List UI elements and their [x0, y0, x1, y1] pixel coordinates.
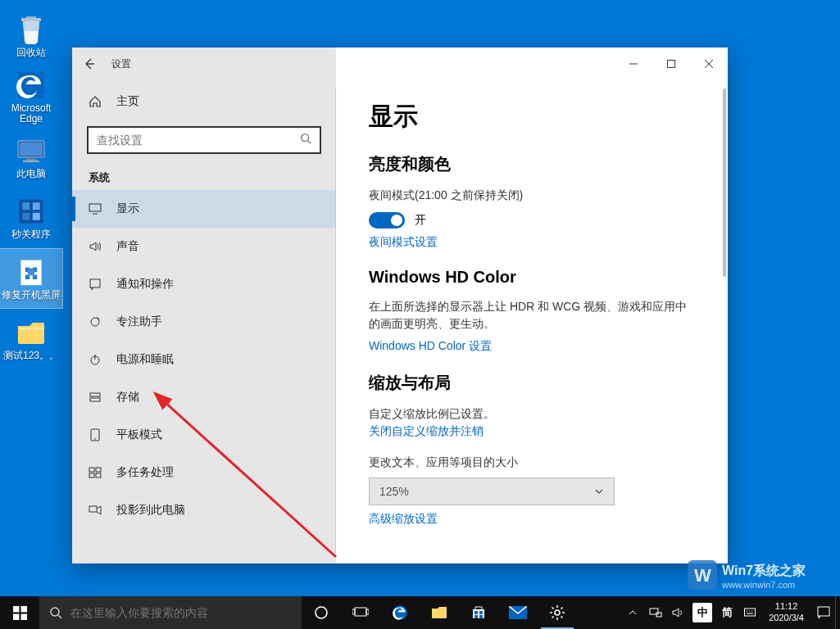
home-row[interactable]: 主页	[72, 85, 336, 118]
nav-notifications[interactable]: 通知和操作	[72, 265, 336, 303]
notification-icon	[89, 278, 102, 291]
svg-rect-23	[89, 468, 94, 472]
desktop-icon-fixblack[interactable]: 修复开机黑屏	[0, 249, 62, 308]
close-button[interactable]	[690, 48, 728, 80]
svg-rect-24	[96, 468, 101, 472]
desktop: 回收站 Microsoft Edge 此电脑 秒关程序 修复开机黑屏 测试123…	[0, 0, 66, 370]
desktop-icon-thispc[interactable]: 此电脑	[0, 128, 62, 187]
nav-label: 专注助手	[116, 314, 162, 329]
gear-icon	[549, 604, 565, 621]
tray-extra[interactable]	[739, 596, 761, 629]
action-center[interactable]	[812, 596, 835, 629]
svg-rect-3	[20, 143, 43, 156]
hd-link[interactable]: Windows HD Color 设置	[369, 339, 695, 354]
tray-volume[interactable]	[667, 596, 690, 629]
mail-icon	[509, 606, 527, 619]
svg-rect-10	[33, 213, 40, 220]
nav-sound[interactable]: 声音	[72, 228, 336, 265]
maximize-button[interactable]	[652, 48, 690, 80]
svg-rect-29	[688, 560, 717, 590]
scroll-thumb[interactable]	[723, 88, 726, 277]
ime-label: 中	[692, 603, 712, 622]
svg-rect-16	[90, 279, 100, 287]
pc-icon	[15, 134, 48, 167]
svg-rect-4	[26, 159, 36, 161]
cortana-button[interactable]	[302, 596, 341, 629]
cortana-icon	[314, 605, 329, 620]
taskbar-search[interactable]	[39, 596, 302, 629]
nav-tablet[interactable]: 平板模式	[72, 416, 336, 454]
focus-icon	[89, 315, 102, 328]
clock[interactable]: 11:12 2020/3/4	[761, 596, 812, 629]
nav-project[interactable]: 投影到此电脑	[72, 491, 336, 529]
svg-point-17	[91, 318, 99, 326]
arrow-left-icon	[83, 57, 96, 70]
taskview-icon	[352, 606, 369, 619]
svg-text:W: W	[694, 565, 711, 586]
chevron-up-icon	[629, 609, 637, 617]
home-label: 主页	[116, 94, 139, 109]
taskbar-search-input[interactable]	[70, 606, 292, 619]
hd-heading: Windows HD Color	[369, 268, 695, 287]
group-label: 系统	[72, 162, 336, 190]
titlebar-left: 设置	[72, 48, 336, 80]
svg-rect-33	[13, 606, 19, 612]
nav-display[interactable]: 显示	[72, 190, 336, 228]
scale-dropdown[interactable]: 125%	[369, 477, 615, 505]
nav-label: 多任务处理	[116, 465, 174, 480]
tray-network[interactable]	[644, 596, 667, 629]
date: 2020/3/4	[769, 613, 804, 624]
settings-taskbar[interactable]	[538, 596, 577, 629]
svg-point-12	[28, 269, 35, 276]
nav-power[interactable]: 电源和睡眠	[72, 341, 336, 378]
ime-indicator-2[interactable]: 简	[715, 596, 739, 629]
keyboard-icon	[744, 607, 756, 618]
scrollbar[interactable]	[716, 80, 728, 563]
show-desktop[interactable]	[835, 596, 840, 629]
titlebar: 设置	[72, 48, 728, 80]
desktop-icon-edge[interactable]: Microsoft Edge	[0, 67, 62, 126]
edge-taskbar[interactable]	[380, 596, 420, 629]
nav-storage[interactable]: 存储	[72, 378, 336, 416]
search-input[interactable]	[97, 133, 300, 147]
desktop-icon-label: Microsoft Edge	[11, 103, 52, 124]
svg-rect-40	[352, 609, 355, 614]
page-title: 显示	[369, 100, 695, 133]
store-taskbar[interactable]	[459, 596, 498, 629]
search-box[interactable]	[87, 126, 321, 154]
tray-chevron[interactable]	[621, 596, 644, 629]
minimize-button[interactable]	[615, 48, 652, 80]
desktop-icon-label: 回收站	[16, 48, 46, 58]
folder-icon	[15, 316, 48, 349]
divider	[335, 87, 336, 555]
night-toggle[interactable]	[369, 212, 405, 229]
nav-label: 投影到此电脑	[116, 503, 185, 518]
mail-taskbar[interactable]	[498, 596, 538, 629]
desktop-icon-folder[interactable]: 测试123。。	[0, 310, 62, 369]
svg-point-38	[316, 607, 327, 618]
svg-rect-5	[23, 161, 39, 162]
explorer-taskbar[interactable]	[420, 596, 459, 629]
back-button[interactable]	[72, 48, 107, 80]
taskview-button[interactable]	[341, 596, 380, 629]
scale-desc: 更改文本、应用等项目的大小	[369, 454, 695, 471]
svg-rect-20	[90, 398, 100, 401]
scale-reset-link[interactable]: 关闭自定义缩放并注销	[369, 424, 695, 439]
svg-point-22	[94, 438, 96, 440]
night-settings-link[interactable]: 夜间模式设置	[369, 235, 695, 250]
nav-multitask[interactable]: 多任务处理	[72, 454, 336, 491]
folder-icon	[431, 605, 447, 620]
scale-warning: 自定义缩放比例已设置。	[369, 405, 695, 423]
brightness-heading: 亮度和颜色	[369, 153, 695, 175]
desktop-icon-closeprog[interactable]: 秒关程序	[0, 188, 62, 247]
desktop-icon-recycle[interactable]: 回收站	[0, 7, 62, 66]
nav-focus[interactable]: 专注助手	[72, 303, 336, 341]
advanced-scale-link[interactable]: 高级缩放设置	[369, 512, 695, 527]
svg-rect-34	[20, 606, 26, 612]
tablet-icon	[89, 428, 102, 441]
start-button[interactable]	[0, 596, 39, 629]
volume-icon	[672, 607, 685, 618]
multitask-icon	[89, 466, 102, 479]
ime-indicator[interactable]: 中	[690, 596, 715, 629]
scale-value: 125%	[379, 485, 409, 498]
